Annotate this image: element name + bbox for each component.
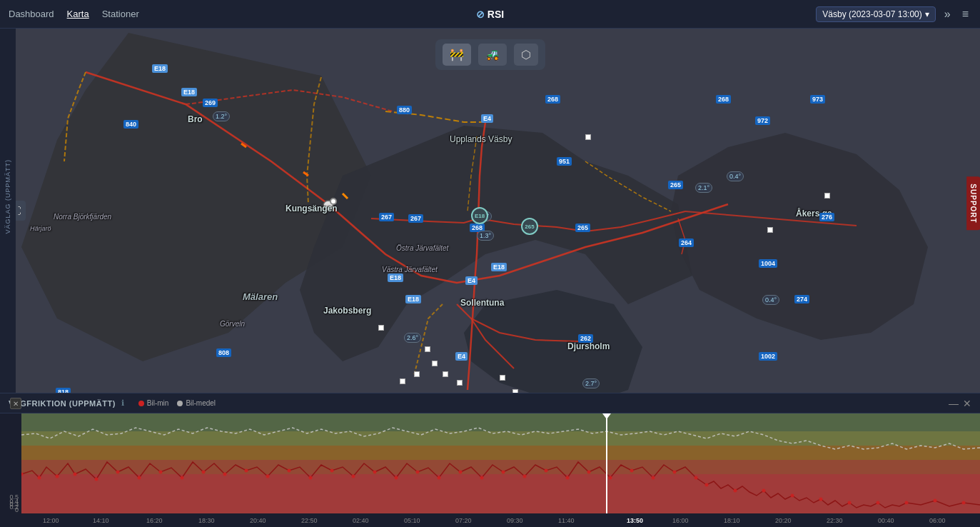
svg-rect-9 bbox=[21, 413, 980, 431]
station-sq-8[interactable] bbox=[443, 371, 448, 377]
x-tick-13: 18:10 bbox=[724, 517, 740, 524]
toolbar-layers-button[interactable]: ⬡ bbox=[514, 44, 538, 66]
map-container[interactable]: 🚧 🚜 ⬡ ⛶ Bro Kungsängen Upplands Väsby Ös… bbox=[0, 29, 980, 393]
map-svg bbox=[0, 29, 980, 393]
expand-button[interactable]: » bbox=[941, 8, 954, 21]
svg-point-17 bbox=[74, 473, 77, 476]
svg-point-35 bbox=[459, 471, 463, 474]
station-sq-10[interactable] bbox=[400, 378, 405, 384]
toolbar-road-button[interactable]: 🚧 bbox=[443, 44, 471, 66]
station-sq-2[interactable] bbox=[824, 193, 830, 199]
svg-marker-2 bbox=[671, 133, 928, 340]
road-840: 840 bbox=[123, 120, 138, 129]
x-tick-10: 11:40 bbox=[558, 517, 575, 524]
road-276: 276 bbox=[819, 213, 834, 221]
chart-minimize-button[interactable]: — bbox=[949, 398, 959, 409]
x-tick-3: 18:30 bbox=[198, 517, 215, 524]
svg-point-56 bbox=[962, 501, 966, 505]
svg-rect-10 bbox=[21, 431, 980, 446]
svg-point-31 bbox=[373, 471, 377, 474]
station-sq-4[interactable] bbox=[378, 325, 384, 331]
station-sq-12[interactable] bbox=[500, 375, 505, 381]
svg-point-52 bbox=[848, 501, 852, 505]
chart-legend: Bil-min Bil-medel bbox=[138, 399, 216, 407]
station-sq-3[interactable] bbox=[767, 227, 773, 233]
x-tick-15: 22:30 bbox=[827, 517, 843, 524]
svg-point-53 bbox=[877, 501, 880, 505]
road-e18-5: E18 bbox=[491, 263, 507, 271]
x-tick-0: 12:00 bbox=[43, 517, 59, 524]
chart-info-icon[interactable]: ℹ bbox=[121, 398, 124, 408]
station-e18-267[interactable]: E18 bbox=[471, 207, 488, 224]
svg-point-28 bbox=[309, 476, 313, 480]
menu-button[interactable]: ≡ bbox=[959, 8, 971, 21]
toolbar-vehicle-button[interactable]: 🚜 bbox=[478, 44, 507, 66]
road-880: 880 bbox=[397, 106, 412, 114]
svg-point-18 bbox=[95, 478, 98, 481]
logo: ⊘ RSI bbox=[476, 9, 504, 20]
road-269: 269 bbox=[203, 99, 218, 107]
legend-dot-bil-medel bbox=[177, 401, 183, 406]
road-264: 264 bbox=[679, 239, 694, 247]
svg-rect-13 bbox=[21, 474, 980, 513]
x-axis: 12:00 14:10 16:20 18:30 20:40 22:50 02:4… bbox=[21, 513, 980, 527]
location-value: Väsby (2023-03-07 13:00) bbox=[822, 9, 921, 19]
svg-point-37 bbox=[502, 471, 505, 474]
road-1004: 1004 bbox=[759, 259, 777, 268]
svg-marker-3 bbox=[464, 290, 642, 393]
x-tick-4: 20:40 bbox=[250, 517, 266, 524]
road-267-2: 267 bbox=[408, 214, 423, 223]
logo-container: ⊘ RSI bbox=[476, 9, 504, 20]
svg-point-16 bbox=[56, 475, 59, 478]
friction-1: 1.2° bbox=[213, 111, 230, 121]
road-951: 951 bbox=[557, 157, 572, 166]
svg-point-29 bbox=[330, 469, 334, 473]
station-sq-1[interactable] bbox=[585, 134, 591, 140]
x-tick-5: 22:50 bbox=[301, 517, 318, 524]
support-tab[interactable]: SUPPORT bbox=[966, 176, 980, 230]
road-e18-1: E18 bbox=[152, 64, 168, 73]
road-e4-1: E4 bbox=[481, 114, 493, 123]
nav-stationer[interactable]: Stationer bbox=[102, 9, 139, 19]
vaglag-text: VÄGLAG (UPPMÄTT) bbox=[4, 159, 11, 234]
svg-point-32 bbox=[395, 476, 398, 480]
station-sq-5[interactable] bbox=[425, 346, 430, 352]
svg-rect-11 bbox=[21, 446, 980, 460]
station-265[interactable]: 265 bbox=[521, 218, 538, 235]
station-sq-9[interactable] bbox=[457, 380, 463, 386]
chart-close-x-btn[interactable]: ✕ bbox=[10, 398, 21, 409]
road-268-3: 268 bbox=[716, 95, 731, 104]
x-tick-1: 14:10 bbox=[93, 517, 109, 524]
station-sq-7[interactable] bbox=[414, 371, 420, 377]
svg-point-42 bbox=[609, 476, 612, 480]
station-kungsangen[interactable] bbox=[330, 198, 337, 205]
nav-dashboard[interactable]: Dashboard bbox=[9, 9, 54, 19]
friction-8: 2.7° bbox=[582, 378, 600, 388]
road-972: 972 bbox=[755, 116, 770, 125]
road-267-1: 267 bbox=[379, 213, 394, 221]
location-selector[interactable]: Väsby (2023-03-07 13:00) ▾ bbox=[816, 6, 935, 22]
road-268-2: 268 bbox=[545, 95, 560, 104]
nav-karta[interactable]: Karta bbox=[67, 9, 89, 19]
svg-point-33 bbox=[416, 471, 420, 474]
svg-point-47 bbox=[705, 483, 709, 487]
chart-close-button[interactable]: ✕ bbox=[963, 398, 971, 409]
road-808: 808 bbox=[216, 348, 231, 357]
legend-bil-min: Bil-min bbox=[138, 399, 169, 407]
road-274: 274 bbox=[794, 295, 809, 303]
road-e18-4: E18 bbox=[405, 295, 421, 303]
legend-label-bil-medel: Bil-medel bbox=[186, 399, 216, 407]
station-sq-6[interactable] bbox=[432, 361, 438, 366]
nav-left: Dashboard Karta Stationer bbox=[9, 9, 139, 19]
friction-4: 2.1° bbox=[695, 183, 712, 193]
x-tick-12: 16:00 bbox=[672, 517, 689, 524]
chart-header: ✕ VÄGFRIKTION (UPPMÄTT) ℹ Bil-min Bil-me… bbox=[0, 393, 980, 413]
svg-rect-12 bbox=[21, 460, 980, 474]
svg-point-51 bbox=[819, 498, 823, 501]
svg-point-38 bbox=[523, 475, 527, 478]
road-e18-2: E18 bbox=[181, 88, 197, 96]
svg-point-50 bbox=[791, 494, 794, 498]
road-1002: 1002 bbox=[759, 352, 777, 361]
legend-dot-bil-min bbox=[138, 401, 144, 406]
x-tick-8: 07:20 bbox=[455, 517, 472, 524]
